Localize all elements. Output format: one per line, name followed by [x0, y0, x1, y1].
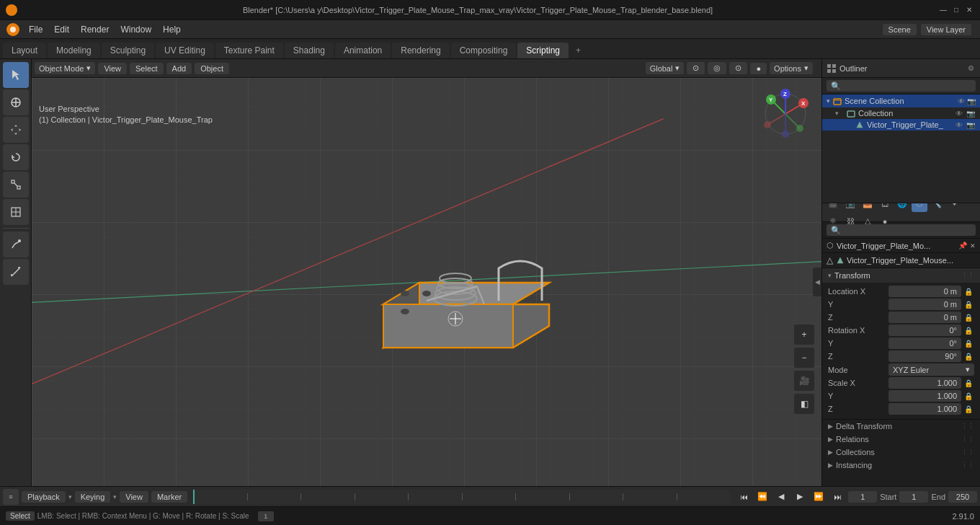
scale-y-lock[interactable]: 🔒: [964, 392, 974, 400]
minimize-button[interactable]: —: [938, 5, 948, 15]
playback-menu[interactable]: Playback: [22, 491, 66, 503]
viewport-3d[interactable]: Object Mode ▾ View Select Add Object Glo…: [32, 59, 821, 486]
tab-sculpting[interactable]: Sculpting: [102, 43, 154, 58]
scene-collection-row[interactable]: ▾ Scene Collection 👁 📷: [822, 94, 980, 107]
prop-icon-object[interactable]: ⬡: [912, 203, 927, 212]
tab-rendering[interactable]: Rendering: [392, 43, 449, 58]
delta-transform-section[interactable]: ▶ Delta Transform ⋮⋮: [822, 420, 980, 433]
tab-compositing[interactable]: Compositing: [451, 43, 517, 58]
rotation-x-value[interactable]: 0°: [888, 325, 961, 336]
outliner-search-input[interactable]: [827, 80, 976, 92]
properties-search-input[interactable]: [827, 224, 976, 236]
jump-end-button[interactable]: ⏭: [829, 489, 845, 505]
tool-rotate[interactable]: [3, 144, 29, 170]
view-layer-selector[interactable]: View Layer: [921, 24, 971, 35]
rotation-mode-dropdown[interactable]: XYZ Euler ▾: [888, 363, 974, 376]
maximize-button[interactable]: □: [951, 5, 961, 15]
menu-render[interactable]: Render: [75, 23, 115, 36]
play-button[interactable]: ▶: [792, 489, 808, 505]
viewport-canvas[interactable]: User Perspective (1) Collection | Victor…: [32, 78, 821, 486]
timeline-scrubber[interactable]: [193, 490, 730, 504]
prev-keyframe-button[interactable]: ⏪: [754, 489, 770, 505]
scale-z-lock[interactable]: 🔒: [964, 405, 974, 413]
tab-modeling[interactable]: Modeling: [48, 43, 100, 58]
camera-view-button[interactable]: 🎥: [794, 371, 814, 391]
tool-cursor[interactable]: [3, 89, 29, 115]
rotation-y-value[interactable]: 0°: [888, 338, 961, 349]
menu-file[interactable]: File: [23, 23, 48, 36]
prop-icon-viewlayer[interactable]: 🗂: [877, 203, 893, 212]
snap-toggle[interactable]: ⊙: [687, 62, 705, 74]
add-workspace-button[interactable]: +: [570, 43, 587, 58]
tool-measure[interactable]: [3, 259, 29, 285]
toggle-panel-button[interactable]: ◧: [794, 394, 814, 414]
tab-texture-paint[interactable]: Texture Paint: [215, 43, 283, 58]
outliner-filter-button[interactable]: ⚙: [966, 63, 976, 74]
tool-move[interactable]: [3, 117, 29, 143]
collection-camera-icon[interactable]: 📷: [966, 110, 976, 118]
scale-x-value[interactable]: 1.000: [888, 377, 961, 389]
location-z-value[interactable]: 0 m: [888, 312, 961, 323]
tool-select[interactable]: [3, 62, 29, 88]
scene-selector[interactable]: Scene: [883, 24, 917, 35]
tool-annotate[interactable]: [3, 231, 29, 257]
view-menu-timeline[interactable]: View: [120, 491, 148, 503]
zoom-in-button[interactable]: +: [794, 325, 814, 345]
end-frame-input[interactable]: 250: [948, 491, 977, 503]
instancing-section[interactable]: ▶ Instancing ⋮⋮: [822, 459, 980, 472]
start-frame-input[interactable]: 1: [899, 491, 928, 503]
menu-edit[interactable]: Edit: [48, 23, 75, 36]
options-menu[interactable]: Options ▾: [770, 62, 813, 74]
rotation-z-value[interactable]: 90°: [888, 350, 961, 362]
tab-layout[interactable]: Layout: [3, 43, 46, 58]
play-back-button[interactable]: ◀: [773, 489, 789, 505]
fake-user-button[interactable]: ✕: [970, 242, 976, 250]
prop-icon-output[interactable]: 📤: [860, 203, 876, 212]
rotation-z-lock[interactable]: 🔒: [964, 353, 974, 361]
proportional-edit[interactable]: ◎: [708, 62, 726, 74]
collapse-panel-button[interactable]: ◀: [813, 268, 821, 296]
zoom-out-button[interactable]: −: [794, 348, 814, 368]
keying-menu[interactable]: Keying: [75, 491, 111, 503]
outliner-item-collection[interactable]: ▾ Collection 👁 📷: [822, 107, 980, 119]
tab-animation[interactable]: Animation: [335, 43, 391, 58]
scale-y-value[interactable]: 1.000: [888, 390, 961, 402]
jump-start-button[interactable]: ⏮: [736, 489, 752, 505]
viewport-shade[interactable]: ●: [750, 63, 767, 74]
prop-icon-render[interactable]: 📷: [842, 203, 858, 212]
collections-section[interactable]: ▶ Collections ⋮⋮: [822, 446, 980, 459]
object-mode-dropdown[interactable]: Object Mode ▾: [35, 62, 95, 74]
rotation-x-lock[interactable]: 🔒: [964, 327, 974, 335]
outliner-item-victor[interactable]: ▶ Victor_Trigger_Plate_ 👁 📷: [822, 119, 980, 131]
select-menu[interactable]: Select: [130, 63, 164, 74]
prop-icon-world[interactable]: 🌐: [894, 203, 910, 212]
marker-menu[interactable]: Marker: [151, 491, 187, 503]
location-z-lock[interactable]: 🔒: [964, 314, 974, 322]
menu-help[interactable]: Help: [157, 23, 187, 36]
prop-icon-modifier[interactable]: 🔧: [929, 203, 945, 212]
victor-eye-icon[interactable]: 👁: [954, 121, 964, 129]
location-x-lock[interactable]: 🔒: [964, 288, 974, 296]
current-frame-input[interactable]: 1: [848, 491, 877, 503]
close-button[interactable]: ✕: [964, 5, 974, 15]
navigation-gizmo[interactable]: X Y Z: [757, 85, 814, 143]
prop-icon-particles[interactable]: ✦: [946, 203, 962, 212]
location-y-value[interactable]: 0 m: [888, 299, 961, 310]
scale-z-value[interactable]: 1.000: [888, 403, 961, 415]
add-menu[interactable]: Add: [166, 63, 192, 74]
tool-transform[interactable]: [3, 199, 29, 225]
collection-eye-icon[interactable]: 👁: [954, 110, 964, 118]
relations-section[interactable]: ▶ Relations ⋮⋮: [822, 433, 980, 446]
transform-orientation[interactable]: Global ▾: [646, 62, 685, 74]
view-menu[interactable]: View: [98, 63, 127, 74]
menu-window[interactable]: Window: [115, 23, 157, 36]
overlay-toggle[interactable]: ⊙: [729, 62, 747, 74]
location-x-value[interactable]: 0 m: [888, 286, 961, 297]
next-keyframe-button[interactable]: ⏩: [811, 489, 827, 505]
prop-icon-scene[interactable]: 🎬: [825, 203, 841, 212]
scale-x-lock[interactable]: 🔒: [964, 379, 974, 387]
pin-button[interactable]: 📌: [958, 242, 967, 250]
tab-uv-editing[interactable]: UV Editing: [156, 43, 214, 58]
object-menu[interactable]: Object: [195, 63, 229, 74]
rotation-y-lock[interactable]: 🔒: [964, 340, 974, 348]
